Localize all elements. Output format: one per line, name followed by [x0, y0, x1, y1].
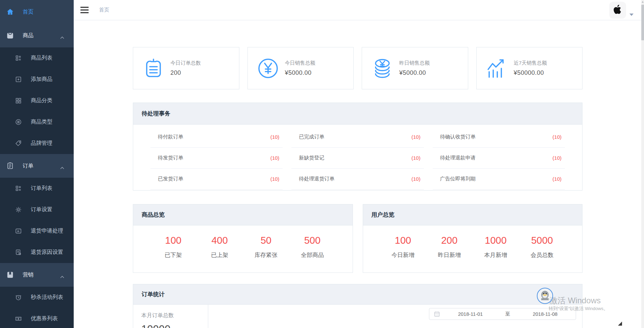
date-start-input[interactable]: 2018-11-01 [440, 311, 501, 317]
sidebar-item-label: 添加商品 [31, 76, 52, 83]
qq-assistant-icon[interactable] [537, 288, 553, 304]
scroll-up-arrow-icon [642, 1, 644, 3]
todo-count: (10) [270, 155, 280, 161]
chevron-up-icon [60, 165, 64, 171]
topbar: 首页 [74, 0, 644, 20]
sidebar-item-order-settings[interactable]: 订单设置 [0, 199, 74, 220]
dashboard-content: 今日订单总数 200 今日销售总额 ¥5000.00 昨日销售总额 [74, 20, 582, 328]
todo-count: (10) [552, 176, 562, 182]
todo-panel: 待处理事务 待付款订单 (10) 已完成订单 (10) 待确认收货订单 (10)… [133, 103, 582, 191]
sidebar-item-order-list[interactable]: 订单列表 [0, 178, 74, 199]
sidebar-item-product-list[interactable]: 商品列表 [0, 47, 74, 69]
sidebar-group-label: 营销 [23, 271, 33, 279]
sidebar-item-return-apply[interactable]: 退货申请处理 [0, 220, 74, 242]
user-stat-today-new: 100 今日新增 [380, 235, 426, 259]
date-end-input[interactable]: 2018-11-08 [515, 311, 576, 317]
category-grid-icon [15, 97, 22, 105]
week-sales-icon [486, 58, 508, 79]
hamburger-menu-icon[interactable] [78, 3, 91, 17]
todo-item-confirm-receipt-orders[interactable]: 待确认收货订单 (10) [433, 127, 565, 148]
stat-card-value: ¥50000.00 [514, 69, 547, 76]
sidebar-item-label: 优惠券列表 [31, 315, 58, 322]
sidebar-item-coupon-list[interactable]: 优惠券列表 [0, 308, 74, 328]
todo-item-completed-orders[interactable]: 已完成订单 (10) [291, 127, 424, 148]
vertical-scrollbar[interactable] [641, 0, 644, 328]
todo-count: (10) [270, 134, 280, 140]
todo-item-to-ship-orders[interactable]: 待发货订单 (10) [150, 148, 283, 169]
sidebar-item-label: 订单设置 [31, 206, 52, 213]
sidebar-group-marketing[interactable]: 营销 [0, 263, 74, 287]
user-stat-total-members: 5000 会员总数 [519, 235, 565, 259]
product-stat-low-stock: 50 库存紧张 [243, 235, 289, 259]
order-list-icon [15, 185, 22, 192]
sidebar-item-label: 商品分类 [31, 97, 52, 104]
tray-arrow-icon [618, 322, 622, 326]
product-stat-all: 500 全部商品 [289, 235, 335, 259]
sidebar-item-label: 退货申请处理 [31, 227, 63, 235]
todo-item-return-orders[interactable]: 待处理退货订单 (10) [291, 169, 424, 190]
order-settings-icon [15, 206, 22, 214]
product-overview-title: 商品总览 [133, 204, 353, 225]
windows-activation-watermark-sub: 转到“设置”以激活 Windows。 [549, 306, 608, 312]
sidebar-group-label: 订单 [23, 162, 33, 170]
order-stats-panel: 订单统计 本月订单总数 10000 2018-11-01 至 2018-11-0… [133, 284, 582, 328]
sidebar-group-label: 商品 [23, 32, 33, 39]
avatar[interactable] [609, 2, 626, 19]
sidebar-group-orders[interactable]: 订单 [0, 154, 74, 178]
todo-item-unpaid-orders[interactable]: 待付款订单 (10) [150, 127, 283, 148]
submenu-products: 商品列表 添加商品 商品分类 商品类型 品牌管理 [0, 47, 74, 154]
sidebar-item-add-product[interactable]: 添加商品 [0, 69, 74, 90]
main-area: 首页 今日订单总数 200 [74, 0, 644, 328]
overview-row: 商品总览 100 已下架 400 已上架 50 库存紧张 5 [133, 204, 582, 273]
submenu-orders: 订单列表 订单设置 退货申请处理 退货原因设置 [0, 178, 74, 263]
todo-count: (10) [411, 134, 421, 140]
todo-item-refund-applications[interactable]: 待处理退款申请 (10) [433, 148, 565, 169]
product-list-icon [15, 54, 22, 62]
sidebar-item-label: 订单列表 [31, 185, 52, 192]
stat-card-week-sales: 近7天销售总额 ¥50000.00 [476, 47, 583, 89]
stat-card-today-orders: 今日订单总数 200 [133, 47, 239, 89]
stat-card-label: 近7天销售总额 [514, 60, 547, 66]
order-clipboard-icon [6, 162, 14, 170]
order-total-icon [143, 58, 164, 79]
sidebar-item-label: 秒杀活动列表 [31, 294, 63, 301]
apple-logo-icon [613, 4, 623, 17]
avatar-dropdown-caret-icon[interactable] [629, 14, 634, 16]
coupon-icon [15, 315, 22, 323]
sidebar-item-label: 首页 [23, 8, 33, 16]
product-type-icon [15, 118, 22, 126]
sidebar-item-label: 退货原因设置 [31, 249, 63, 256]
windows-activation-watermark: 激活 Windows [549, 295, 601, 306]
user-overview-title: 用户总览 [363, 204, 582, 225]
scrollbar-thumb[interactable] [641, 5, 644, 40]
user-stat-yesterday-new: 200 昨日新增 [426, 235, 473, 259]
todo-count: (10) [411, 176, 421, 182]
sidebar-item-brand-manage[interactable]: 品牌管理 [0, 133, 74, 154]
add-product-icon [15, 76, 22, 83]
return-reason-icon [15, 249, 22, 256]
todo-panel-title: 待处理事务 [133, 103, 582, 125]
sidebar-item-label: 商品类型 [31, 118, 52, 126]
todo-item-shipped-orders[interactable]: 已发货订单 (10) [150, 169, 283, 190]
chevron-up-icon [60, 274, 64, 280]
sidebar-group-products[interactable]: 商品 [0, 24, 74, 47]
stat-card-label: 今日销售总额 [285, 60, 315, 66]
sidebar-item-product-category[interactable]: 商品分类 [0, 90, 74, 111]
sidebar-item-label: 品牌管理 [31, 140, 52, 147]
home-icon [6, 8, 14, 16]
todo-item-new-stockout[interactable]: 新缺货登记 (10) [291, 148, 424, 169]
date-separator: 至 [501, 311, 515, 317]
todo-grid: 待付款订单 (10) 已完成订单 (10) 待确认收货订单 (10) 待发货订单… [133, 125, 582, 190]
sidebar-item-product-type[interactable]: 商品类型 [0, 111, 74, 133]
sidebar-item-label: 商品列表 [31, 54, 52, 62]
sidebar-item-return-reason[interactable]: 退货原因设置 [0, 242, 74, 263]
order-stats-metric: 本月订单总数 10000 [133, 305, 208, 328]
todo-item-ad-expiring[interactable]: 广告位即将到期 (10) [433, 169, 565, 190]
stat-card-value: ¥5000.00 [285, 69, 315, 76]
flash-sale-icon [15, 294, 22, 301]
sidebar-item-home[interactable]: 首页 [0, 0, 74, 24]
breadcrumb[interactable]: 首页 [99, 7, 109, 13]
sidebar-item-flash-sale-list[interactable]: 秒杀活动列表 [0, 287, 74, 308]
submenu-marketing: 秒杀活动列表 优惠券列表 [0, 287, 74, 328]
user-stat-month-new: 1000 本月新增 [473, 235, 519, 259]
